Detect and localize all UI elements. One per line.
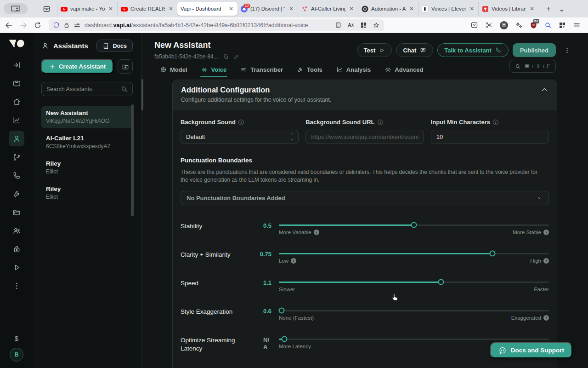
sidebar-item-home[interactable] <box>9 94 24 109</box>
tab-close-icon[interactable]: ✕ <box>168 6 174 12</box>
reader-mode-icon[interactable] <box>335 22 342 29</box>
search-extension-icon[interactable] <box>544 22 552 29</box>
tab-list-chevron-icon[interactable]: ⌄ <box>559 5 565 13</box>
translate-icon[interactable]: A <box>347 22 355 29</box>
background-sound-url-input[interactable] <box>311 133 418 140</box>
folder-add-button[interactable] <box>118 59 133 74</box>
forward-button[interactable] <box>19 21 28 29</box>
info-icon[interactable]: i <box>493 120 498 125</box>
assistant-list-scrollbar[interactable] <box>131 104 134 216</box>
back-button[interactable] <box>5 21 13 29</box>
sidebar-item-workflows[interactable] <box>9 149 24 165</box>
assistant-search[interactable] <box>41 82 133 96</box>
user-avatar[interactable]: B <box>10 348 23 362</box>
speed-slider[interactable] <box>279 282 549 283</box>
tab-vapi-dashboard-active[interactable]: Vapi - Dashboard ✕ <box>177 2 237 16</box>
sidebar-item-assistants[interactable] <box>9 131 24 146</box>
style-exaggeration-slider[interactable] <box>279 310 549 311</box>
tab-model[interactable]: Model <box>160 66 187 77</box>
url-bar[interactable]: dashboard.vapi.ai/assistants/fa5ab4b1-54… <box>49 19 384 31</box>
slider-handle[interactable] <box>281 336 287 342</box>
tab-ai-caller-living[interactable]: AI-Caller Living21 ✕ <box>298 2 358 16</box>
talk-to-assistant-button[interactable]: Talk to Assistant <box>437 43 509 57</box>
test-button[interactable]: Test <box>357 43 392 57</box>
more-options-icon[interactable] <box>564 47 571 54</box>
main-scrollbar[interactable] <box>141 79 143 110</box>
tab-transcriber[interactable]: Transcriber <box>240 66 283 77</box>
sidebar-item-vault[interactable] <box>9 241 24 257</box>
lock-icon[interactable] <box>63 22 70 29</box>
tab-tools[interactable]: Tools <box>297 66 322 77</box>
link-icon[interactable] <box>233 54 239 60</box>
assistant-id[interactable]: fa5ab4b1-542e-42be-84... <box>154 53 218 60</box>
tab-close-icon[interactable]: ✕ <box>348 6 355 12</box>
stability-slider[interactable] <box>279 224 549 226</box>
search-shortcut[interactable]: ⌘ + ⇧ + F <box>509 60 556 73</box>
tab-close-icon[interactable]: ✕ <box>228 6 234 12</box>
sidebar-collapse-button[interactable] <box>9 57 24 73</box>
tab-automation[interactable]: Automation - AI C ✕ <box>358 2 418 16</box>
tab-discord[interactable]: 17 (17) Discord | "vo ✕ <box>237 2 298 16</box>
tab-close-icon[interactable]: ✕ <box>107 6 114 12</box>
info-icon[interactable]: i <box>378 120 383 125</box>
background-sound-select[interactable]: Default ⌃⌄ <box>181 130 299 144</box>
clarity-slider[interactable] <box>279 253 549 254</box>
adblock-shield-icon[interactable]: 52 <box>530 21 537 29</box>
collapse-chevron-up-icon[interactable] <box>540 86 548 94</box>
screen-share-indicator[interactable] <box>4 3 28 14</box>
tab-close-icon[interactable]: ✕ <box>408 6 415 12</box>
permissions-icon[interactable] <box>74 22 81 29</box>
assistant-list-item[interactable]: Riley Elliot <box>41 157 133 179</box>
billing-icon[interactable]: $ <box>15 334 18 342</box>
create-assistant-button[interactable]: Create Assistant <box>41 59 113 74</box>
tab-vapi-make-youtube[interactable]: vapi make - YouTu ✕ <box>57 2 117 16</box>
input-min-characters-input[interactable] <box>436 133 543 140</box>
assistant-list-item[interactable]: Riley Elliot <box>41 182 133 204</box>
tab-close-icon[interactable]: ✕ <box>529 6 535 12</box>
slider-handle[interactable] <box>411 222 417 228</box>
menu-hamburger-icon[interactable] <box>573 21 581 29</box>
sidebar-item-runs[interactable] <box>9 259 24 275</box>
url-text[interactable]: dashboard.vapi.ai/assistants/fa5ab4b1-54… <box>85 22 331 29</box>
tab-close-icon[interactable]: ✕ <box>469 6 475 12</box>
docs-and-support-button[interactable]: Docs and Support <box>490 342 572 358</box>
apps-grid-icon[interactable] <box>559 22 566 29</box>
chat-button[interactable]: Chat <box>396 43 433 57</box>
tab-elevenlabs-voices[interactable]: Voices | ElevenLa ✕ <box>418 2 478 16</box>
info-icon[interactable]: i <box>543 315 549 321</box>
sidebar-item-phone-numbers[interactable] <box>9 167 24 183</box>
extension-grid-icon[interactable] <box>360 22 367 29</box>
h-extension-icon[interactable]: H <box>500 21 508 29</box>
info-icon[interactable]: i <box>314 230 319 235</box>
published-button[interactable]: Published <box>513 43 556 57</box>
assistant-list-item-selected[interactable]: New Assistant ViKqgJNeCiWZlYgHiAOO <box>41 106 133 128</box>
firefox-view-icon[interactable] <box>40 3 52 15</box>
info-icon[interactable]: i <box>543 230 549 235</box>
punctuation-boundaries-select[interactable]: No Punctuation Boundaries Added <box>181 191 549 205</box>
tab-create-realistic[interactable]: Create REALISTIC ✕ <box>117 2 177 16</box>
tab-videos-library[interactable]: Videos | Library | ✕ <box>478 2 538 16</box>
slider-handle[interactable] <box>489 251 495 257</box>
tab-voice[interactable]: Voice <box>201 66 227 77</box>
info-icon[interactable]: i <box>291 258 296 264</box>
reload-button[interactable] <box>34 22 41 29</box>
sidebar-item-metrics[interactable] <box>9 112 24 128</box>
latency-slider[interactable] <box>279 339 549 340</box>
tab-advanced[interactable]: Advanced <box>384 66 423 77</box>
copy-icon[interactable] <box>223 54 229 60</box>
slider-handle[interactable] <box>438 279 444 285</box>
bookmark-star-icon[interactable] <box>373 22 380 29</box>
sidebar-item-more[interactable] <box>9 278 24 293</box>
sparkle-extension-icon[interactable] <box>515 21 523 29</box>
tab-analysis[interactable]: Analysis <box>336 66 371 77</box>
sidebar-item-squads[interactable] <box>9 223 24 238</box>
sidebar-item-files[interactable] <box>9 204 24 220</box>
tab-close-icon[interactable]: ✕ <box>288 6 294 12</box>
info-icon[interactable]: i <box>238 120 244 125</box>
search-assistants-input[interactable] <box>46 86 121 92</box>
assistant-list-item[interactable]: AI-Caller L21 6CS8keYmkwxkspesdyA7 <box>41 132 133 154</box>
info-icon[interactable]: i <box>543 258 549 264</box>
sidebar-item-overview[interactable] <box>9 75 24 91</box>
vapi-logo[interactable] <box>8 39 25 51</box>
pocket-icon[interactable] <box>470 21 478 29</box>
